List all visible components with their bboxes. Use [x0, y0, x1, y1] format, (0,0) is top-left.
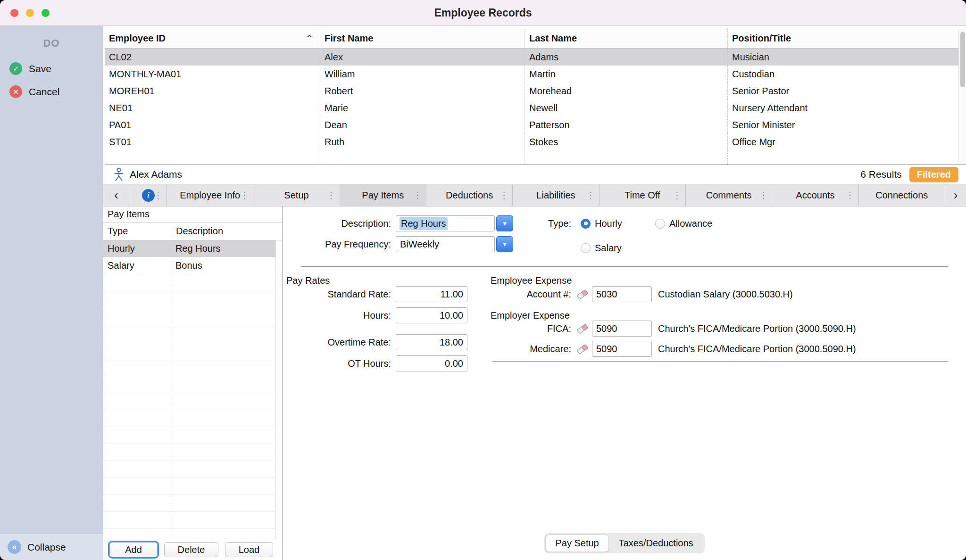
save-button[interactable]: ✓ Save [0, 57, 103, 80]
tab-connections[interactable]: Connections [859, 184, 945, 206]
window-title: Employee Records [434, 7, 532, 19]
grip-icon[interactable]: ⋮ [846, 190, 855, 201]
type-label: Type: [528, 218, 571, 229]
list-scrollbar[interactable] [275, 240, 282, 539]
hours-label: Hours: [283, 310, 391, 321]
pay-items-list: Hourly Reg Hours Salary Bonus [103, 240, 282, 539]
divider [492, 361, 948, 362]
empty-cell [320, 150, 525, 165]
ot-hours-input[interactable] [396, 355, 467, 371]
grip-icon[interactable]: ⋮ [586, 190, 595, 201]
cell-employee-id: PA01 [105, 116, 320, 133]
table-row[interactable]: MOREH01 Robert Morehead Senior Pastor [105, 82, 958, 99]
tab-comments[interactable]: Comments ⋮ [686, 184, 772, 206]
tabs-scroll-left-button[interactable]: ‹ [103, 184, 130, 206]
scrollbar-thumb[interactable] [960, 32, 965, 87]
radio-allowance[interactable] [655, 219, 665, 229]
overtime-rate-input[interactable] [396, 334, 467, 350]
sidebar-spacer [0, 103, 103, 534]
tab-employee-info[interactable]: Employee Info ⋮ [167, 184, 253, 206]
cell-first-name: Marie [320, 99, 525, 116]
tab-pay-items[interactable]: Pay Items ⋮ [340, 184, 426, 206]
tab-label: Deductions [446, 190, 493, 201]
collapse-button[interactable]: « Collapse [0, 534, 103, 560]
column-header-employee-id[interactable]: Employee ID ⌃ [105, 29, 320, 48]
fica-account-input[interactable] [592, 321, 652, 337]
selected-text: Reg Hours [400, 217, 448, 230]
tab-time-off[interactable]: Time Off ⋮ [600, 184, 686, 206]
description-dropdown-button[interactable]: ▾ [496, 215, 513, 231]
account-lookup-icon[interactable] [573, 343, 592, 354]
table-row[interactable]: PA01 Dean Patterson Senior Minister [105, 116, 958, 133]
zoom-window-button[interactable] [42, 9, 50, 17]
cell-last-name: Morehead [525, 82, 727, 99]
pay-frequency-input[interactable] [396, 236, 495, 252]
save-label: Save [29, 63, 51, 74]
pay-item-row[interactable]: Salary Bonus [103, 257, 275, 274]
close-window-button[interactable] [10, 9, 18, 17]
tab-pay-setup[interactable]: Pay Setup [545, 535, 608, 552]
chevron-right-icon: › [953, 188, 958, 203]
collapse-label: Collapse [27, 542, 66, 553]
check-icon: ✓ [9, 62, 22, 75]
grip-icon[interactable]: ⋮ [500, 190, 508, 201]
description-input[interactable]: Reg Hours [396, 215, 495, 231]
column-header-type[interactable]: Type [103, 222, 171, 240]
tab-deductions[interactable]: Deductions ⋮ [426, 184, 513, 206]
pay-frequency-dropdown-button[interactable]: ▾ [496, 236, 513, 252]
grip-icon[interactable]: ⋮ [759, 190, 768, 201]
grip-icon[interactable]: ⋮ [327, 190, 336, 201]
delete-button[interactable]: Delete [164, 542, 218, 557]
add-button[interactable]: Add [109, 542, 158, 557]
tab-info[interactable]: i ⋮ [130, 184, 167, 206]
pay-item-row[interactable]: Hourly Reg Hours [103, 240, 275, 257]
column-header-first-name[interactable]: First Name [320, 29, 525, 48]
medicare-label: Medicare: [492, 344, 571, 354]
pay-rates-title: Pay Rates [286, 275, 330, 286]
tab-liabilities[interactable]: Liabilities ⋮ [513, 184, 599, 206]
cell-description: Bonus [171, 257, 275, 274]
radio-hourly[interactable] [581, 219, 591, 229]
table-row[interactable]: NE01 Marie Newell Nursery Attendant [105, 99, 958, 116]
grip-icon[interactable]: ⋮ [240, 190, 249, 201]
cell-position: Musician [727, 49, 958, 66]
tab-accounts[interactable]: Accounts ⋮ [772, 184, 858, 206]
sidebar: DO ✓ Save ✕ Cancel « Collapse [0, 26, 103, 560]
account-number-input[interactable] [592, 286, 652, 302]
hours-input[interactable] [396, 307, 467, 323]
tab-label: Setup [284, 190, 308, 201]
minimize-window-button[interactable] [26, 9, 34, 17]
tabs-scroll-right-button[interactable]: › [945, 184, 966, 206]
column-header-position[interactable]: Position/Title [727, 29, 958, 48]
load-button[interactable]: Load [225, 542, 273, 557]
cell-first-name: Ruth [320, 133, 525, 150]
account-lookup-icon[interactable] [573, 288, 592, 300]
cancel-button[interactable]: ✕ Cancel [0, 80, 103, 103]
medicare-account-input[interactable] [592, 341, 652, 357]
grip-icon[interactable]: ⋮ [673, 190, 682, 201]
column-label: First Name [325, 33, 373, 44]
column-label: Last Name [529, 33, 577, 44]
filtered-badge[interactable]: Filtered [909, 167, 958, 182]
cell-position: Office Mgr [727, 133, 958, 150]
table-row[interactable]: MONTHLY-MA01 William Martin Custodian [105, 66, 958, 82]
column-header-description[interactable]: Description [171, 222, 282, 240]
table-row[interactable]: CL02 Alex Adams Musician [105, 49, 958, 66]
traffic-lights [10, 0, 50, 25]
grip-icon[interactable]: ⋮ [154, 190, 163, 201]
cell-last-name: Martin [525, 66, 727, 82]
chevron-left-icon: ‹ [114, 188, 118, 203]
standard-rate-label: Standard Rate: [283, 289, 391, 300]
table-row[interactable]: ST01 Ruth Stokes Office Mgr [105, 133, 958, 150]
tab-setup[interactable]: Setup ⋮ [253, 184, 340, 206]
column-header-last-name[interactable]: Last Name [525, 29, 727, 48]
account-lookup-icon[interactable] [573, 323, 592, 334]
radio-salary[interactable] [581, 243, 591, 253]
table-scrollbar[interactable] [958, 29, 966, 165]
tab-taxes-deductions[interactable]: Taxes/Deductions [609, 535, 703, 552]
cell-position: Nursery Attendant [727, 99, 958, 116]
tab-label: Comments [706, 190, 752, 201]
cell-first-name: Robert [320, 82, 525, 99]
standard-rate-input[interactable] [396, 286, 467, 302]
grip-icon[interactable]: ⋮ [413, 190, 422, 201]
